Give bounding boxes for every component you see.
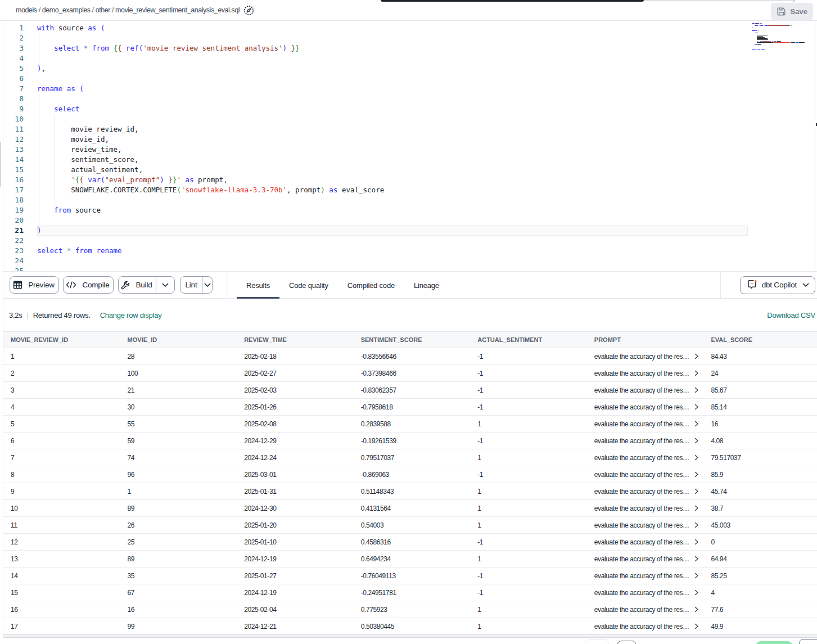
format-compass-button[interactable] — [240, 2, 258, 19]
table-cell: evaluate the accuracy of the res… — [587, 399, 704, 415]
table-row[interactable]: 5552025-02-080.28395881evaluate the accu… — [3, 416, 817, 433]
breadcrumb-separator: / — [91, 6, 96, 14]
line-number: 21 — [3, 226, 24, 236]
column-header-sentiment_score[interactable]: SENTIMENT_SCORE — [354, 332, 471, 348]
line-number: 18 — [3, 195, 24, 205]
expand-cell-chevron-icon[interactable] — [693, 370, 699, 376]
expand-cell-chevron-icon[interactable] — [693, 623, 699, 629]
table-cell: -0.83062357 — [354, 382, 471, 398]
table-cell: -1 — [470, 584, 587, 601]
table-cell: 2025-02-08 — [237, 416, 354, 432]
expand-cell-chevron-icon[interactable] — [693, 387, 699, 393]
table-cell: 2025-01-26 — [237, 399, 354, 415]
table-cell: evaluate the accuracy of the res… — [587, 500, 704, 516]
table-row[interactable]: 4302025-01-26-0.7958618-1evaluate the ac… — [3, 399, 817, 416]
table-row[interactable]: 14352025-01-27-0.76049113-1evaluate the … — [3, 568, 817, 584]
line-number: 16 — [3, 175, 24, 185]
build-button[interactable]: Build — [118, 276, 175, 294]
tab-label: Code quality — [289, 281, 328, 290]
table-cell: 1 — [470, 517, 587, 533]
bottom-right-button[interactable] — [799, 639, 817, 644]
breadcrumb[interactable]: models / demo_examples / other / movie_r… — [16, 0, 240, 20]
table-cell: 0.4586316 — [354, 534, 471, 550]
expand-cell-chevron-icon[interactable] — [693, 589, 699, 596]
button-label: Preview — [27, 281, 56, 289]
table-cell: 2024-12-19 — [237, 584, 354, 601]
expand-cell-chevron-icon[interactable] — [693, 556, 699, 562]
minimap-line — [795, 42, 796, 43]
tab-lineage[interactable]: Lineage — [404, 272, 449, 299]
results-table: MOVIE_REVIEW_IDMOVIE_IDREVIEW_TIMESENTIM… — [3, 331, 817, 635]
breadcrumb-segment[interactable]: other — [96, 6, 110, 14]
panel-resize-handle[interactable] — [0, 142, 1, 187]
table-row[interactable]: 17992024-12-210.503804451evaluate the ac… — [3, 618, 817, 635]
bottom-status-pill[interactable] — [756, 641, 793, 644]
expand-cell-chevron-icon[interactable] — [693, 573, 699, 579]
minimap-line — [777, 41, 781, 42]
table-cell: 85.25 — [703, 568, 817, 584]
dbt-copilot-button[interactable]: dbt Copilot — [740, 276, 815, 294]
bottom-outlined-button[interactable] — [617, 641, 636, 644]
table-cell: -1 — [470, 568, 587, 584]
minimap-line — [752, 28, 753, 28]
code-text: actual_sentiment, — [37, 165, 143, 175]
column-header-eval_score[interactable]: EVAL_SCORE — [703, 332, 817, 348]
column-header-movie_review_id[interactable]: MOVIE_REVIEW_ID — [3, 332, 120, 348]
expand-cell-chevron-icon[interactable] — [693, 471, 699, 478]
table-row[interactable]: 21002025-02-27-0.37398466-1evaluate the … — [3, 365, 817, 382]
breadcrumb-segment[interactable]: movie_review_sentiment_analysis_eval.sql — [115, 6, 240, 14]
minimap-line — [755, 23, 759, 24]
editor-minimap[interactable] — [752, 21, 804, 272]
lint-button[interactable]: Lint — [180, 276, 213, 294]
table-cell: 35 — [120, 568, 237, 584]
table-row[interactable]: 7742024-12-240.795170371evaluate the acc… — [3, 449, 817, 466]
table-row[interactable]: 10892024-12-300.41315641evaluate the acc… — [3, 500, 817, 517]
table-row[interactable]: 11262025-01-200.540031evaluate the accur… — [3, 517, 817, 534]
expand-cell-chevron-icon[interactable] — [693, 353, 699, 359]
preview-button[interactable]: Preview — [10, 276, 59, 294]
expand-cell-chevron-icon[interactable] — [693, 606, 699, 613]
download-csv-link[interactable]: Download CSV — [767, 299, 815, 331]
tab-code-quality[interactable]: Code quality — [279, 272, 338, 299]
tab-compiled-code[interactable]: Compiled code — [338, 272, 404, 299]
minimap-line — [757, 42, 773, 43]
table-row[interactable]: 3212025-02-03-0.83062357-1evaluate the a… — [3, 382, 817, 399]
sql-code-editor[interactable]: 1with source as (23 select * from {{ ref… — [3, 21, 817, 272]
bottom-faint-button[interactable] — [585, 640, 609, 644]
table-cell: 64.94 — [703, 551, 817, 567]
table-row[interactable]: 13892024-12-190.64942341evaluate the acc… — [3, 551, 817, 568]
expand-cell-chevron-icon[interactable] — [693, 438, 699, 444]
expand-cell-chevron-icon[interactable] — [693, 488, 699, 494]
table-row[interactable]: 6592024-12-29-0.19261539-1evaluate the a… — [3, 433, 817, 449]
build-wrench-icon — [121, 281, 130, 290]
expand-cell-chevron-icon[interactable] — [693, 404, 699, 410]
column-header-movie_id[interactable]: MOVIE_ID — [120, 332, 237, 348]
table-header-row: MOVIE_REVIEW_IDMOVIE_IDREVIEW_TIMESENTIM… — [3, 331, 817, 348]
change-row-display-link[interactable]: Change row display — [100, 311, 162, 319]
table-cell: 1 — [470, 551, 587, 567]
tab-results[interactable]: Results — [237, 272, 279, 299]
expand-cell-chevron-icon[interactable] — [693, 539, 699, 545]
column-header-actual_sentiment[interactable]: ACTUAL_SENTIMENT — [470, 332, 587, 348]
build-dropdown-toggle[interactable] — [156, 277, 174, 293]
minimap-line — [761, 23, 762, 24]
expand-cell-chevron-icon[interactable] — [693, 522, 699, 528]
table-row[interactable]: 1282025-02-18-0.83556646-1evaluate the a… — [3, 348, 817, 365]
table-row[interactable]: 912025-01-310.511483431evaluate the accu… — [3, 483, 817, 500]
breadcrumb-segment[interactable]: demo_examples — [42, 6, 91, 14]
save-button[interactable]: Save — [771, 3, 813, 20]
breadcrumb-segment[interactable]: models — [16, 6, 37, 14]
expand-cell-chevron-icon[interactable] — [693, 505, 699, 511]
table-cell: evaluate the accuracy of the res… — [587, 466, 704, 483]
compile-button[interactable]: Compile — [63, 276, 114, 294]
column-header-prompt[interactable]: PROMPT — [587, 332, 704, 348]
column-header-review_time[interactable]: REVIEW_TIME — [237, 332, 354, 348]
table-row[interactable]: 15672024-12-19-0.24951781-1evaluate the … — [3, 584, 817, 601]
table-row[interactable]: 8962025-03-01-0.869063-1evaluate the acc… — [3, 466, 817, 483]
expand-cell-chevron-icon[interactable] — [693, 421, 699, 427]
table-row[interactable]: 12252025-01-100.4586316-1evaluate the ac… — [3, 534, 817, 551]
lint-dropdown-toggle[interactable] — [202, 277, 212, 293]
expand-cell-chevron-icon[interactable] — [693, 454, 699, 461]
table-cell: 0.2839588 — [354, 416, 471, 432]
table-row[interactable]: 16162025-02-040.7759231evaluate the accu… — [3, 601, 817, 618]
